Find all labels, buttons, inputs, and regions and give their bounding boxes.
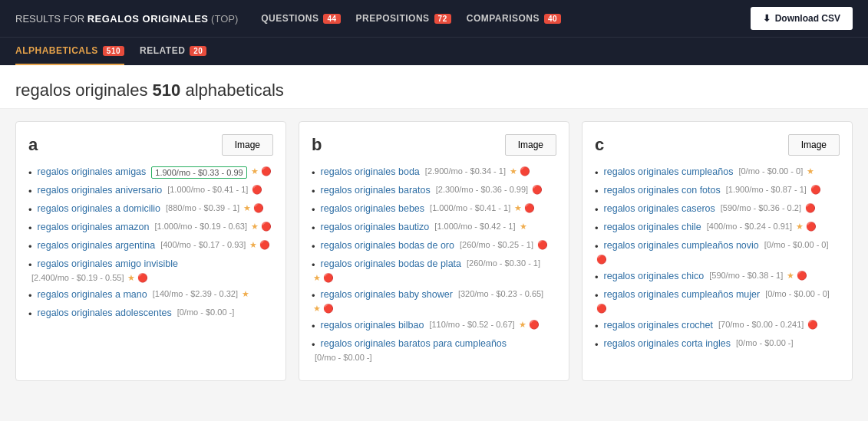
red-icon[interactable]: 🔴 (261, 222, 272, 232)
red-icon[interactable]: 🔴 (137, 273, 148, 283)
list-item: regalos originales amigo invisible[2.400… (28, 258, 273, 283)
star-icon[interactable]: ★ (313, 273, 321, 283)
star-icon[interactable]: ★ (807, 166, 814, 176)
keyword-name[interactable]: regalos originales bautizo (321, 222, 430, 232)
star-icon[interactable]: ★ (520, 222, 527, 232)
red-icon[interactable]: 🔴 (323, 304, 334, 314)
red-icon[interactable]: 🔴 (252, 185, 262, 195)
red-icon[interactable]: 🔴 (807, 320, 818, 330)
red-icon[interactable]: 🔴 (806, 222, 817, 232)
list-item: regalos originales baratos para cumpleañ… (312, 338, 556, 362)
keyword-name[interactable]: regalos originales bodas de oro (321, 240, 454, 251)
keyword-meta: [0/mo - $0.00 -] (315, 353, 372, 362)
list-item: regalos originales amazon[1.000/mo - $0.… (28, 222, 273, 234)
keyword-meta: [400/mo - $0.17 - 0.93] (160, 240, 246, 249)
keyword-icons: ★🔴 (243, 203, 264, 213)
list-item: regalos originales boda[2.900/mo - $0.34… (312, 166, 556, 179)
keyword-name[interactable]: regalos originales baratos (321, 185, 431, 196)
list-item: regalos originales baratos[2.300/mo - $0… (312, 185, 556, 197)
red-icon[interactable]: 🔴 (524, 203, 535, 213)
red-icon[interactable]: 🔴 (810, 185, 821, 195)
keyword-name[interactable]: regalos originales adolescentes (38, 308, 172, 318)
keyword-name[interactable]: regalos originales amigo invisible (38, 258, 178, 269)
red-icon[interactable]: 🔴 (537, 240, 548, 250)
keyword-name[interactable]: regalos originales cumpleaños mujer (604, 289, 761, 300)
red-icon[interactable]: 🔴 (529, 320, 540, 330)
keyword-meta: [590/mo - $0.36 - 0.2] (721, 203, 801, 212)
list-item: regalos originales bautizo[1.000/mo - $0… (312, 222, 556, 234)
sub-tab-alphabeticals[interactable]: ALPHABETICALS 510 (15, 38, 124, 65)
nav-tab-questions[interactable]: QUESTIONS 44 (261, 13, 340, 24)
list-item: regalos originales argentina[400/mo - $0… (28, 240, 273, 252)
keyword-name[interactable]: regalos originales argentina (38, 240, 156, 251)
sub-tab-related[interactable]: RELATED 20 (140, 38, 206, 65)
keyword-icons: ★🔴 (251, 166, 272, 176)
keyword-name[interactable]: regalos originales boda (321, 166, 420, 177)
nav-tab-prepositions[interactable]: PREPOSITIONS 72 (356, 13, 451, 24)
card-header-c: cImage (595, 134, 840, 156)
nav-tab-comparisons[interactable]: COMPARISONS 40 (467, 13, 561, 24)
keyword-name[interactable]: regalos originales con fotos (604, 185, 721, 196)
star-icon[interactable]: ★ (249, 240, 257, 250)
list-item: regalos originales a mano[140/mo - $2.39… (28, 289, 273, 301)
keyword-name[interactable]: regalos originales amigas (38, 166, 147, 177)
keyword-icons: ★🔴 (251, 222, 272, 232)
keyword-name[interactable]: regalos originales bilbao (321, 320, 424, 331)
image-button-c[interactable]: Image (788, 134, 840, 156)
keyword-name[interactable]: regalos originales crochet (604, 320, 713, 331)
keyword-meta: [1.000/mo - $0.42 - 1] (434, 222, 515, 231)
red-icon[interactable]: 🔴 (596, 304, 607, 314)
star-icon[interactable]: ★ (514, 203, 522, 213)
download-csv-button[interactable]: ⬇ Download CSV (751, 7, 853, 30)
keyword-name[interactable]: regalos originales cumpleaños novio (604, 240, 759, 251)
red-icon[interactable]: 🔴 (323, 273, 334, 283)
star-icon[interactable]: ★ (519, 320, 526, 330)
card-header-b: bImage (312, 134, 556, 156)
image-button-a[interactable]: Image (222, 134, 273, 156)
star-icon[interactable]: ★ (251, 222, 259, 232)
star-icon[interactable]: ★ (127, 273, 135, 283)
keyword-name[interactable]: regalos originales corta ingles (604, 338, 731, 349)
keyword-name[interactable]: regalos originales baratos para cumpleañ… (321, 338, 507, 349)
keyword-icons: ★🔴 (514, 203, 535, 213)
keyword-meta: [590/mo - $0.38 - 1] (709, 271, 783, 280)
keyword-meta: [1.000/mo - $0.41 - 1] (430, 203, 510, 212)
keyword-name[interactable]: regalos originales chile (604, 222, 701, 232)
red-icon[interactable]: 🔴 (261, 166, 272, 176)
red-icon[interactable]: 🔴 (805, 203, 816, 213)
keyword-name[interactable]: regalos originales aniversario (38, 185, 163, 196)
keyword-icons: ★ (807, 166, 814, 176)
keyword-name[interactable]: regalos originales amazon (38, 222, 150, 232)
red-icon[interactable]: 🔴 (596, 255, 607, 265)
keyword-name[interactable]: regalos originales cumpleaños (604, 166, 734, 177)
keyword-name[interactable]: regalos originales bodas de plata (321, 258, 461, 269)
keyword-name[interactable]: regalos originales bebes (321, 203, 425, 214)
star-icon[interactable]: ★ (313, 304, 321, 314)
star-icon[interactable]: ★ (787, 271, 794, 281)
list-item: regalos originales cumpleaños novio[0/mo… (595, 240, 840, 265)
keyword-icons: ★🔴 (313, 304, 334, 314)
red-icon[interactable]: 🔴 (797, 271, 807, 281)
keyword-icons: ★🔴 (796, 222, 817, 232)
keyword-name[interactable]: regalos originales chico (604, 271, 705, 281)
list-item: regalos originales baby shower[320/mo - … (312, 289, 556, 314)
card-letter-a: a (28, 135, 38, 155)
star-icon[interactable]: ★ (510, 166, 517, 176)
star-icon[interactable]: ★ (242, 289, 249, 299)
star-icon[interactable]: ★ (796, 222, 804, 232)
keyword-icons: ★🔴 (249, 240, 270, 250)
star-icon[interactable]: ★ (243, 203, 251, 213)
image-button-b[interactable]: Image (505, 134, 556, 156)
keyword-name[interactable]: regalos originales baby shower (321, 289, 453, 300)
red-icon[interactable]: 🔴 (259, 240, 270, 250)
keyword-name[interactable]: regalos originales caseros (604, 203, 715, 214)
keyword-meta: [2.300/mo - $0.36 - 0.99] (436, 185, 528, 194)
keyword-meta: [320/mo - $0.23 - 0.65] (458, 289, 543, 298)
list-item: regalos originales crochet[70/mo - $0.00… (595, 320, 840, 332)
keyword-name[interactable]: regalos originales a domicilio (38, 203, 161, 214)
star-icon[interactable]: ★ (251, 166, 259, 176)
keyword-name[interactable]: regalos originales a mano (38, 289, 147, 300)
red-icon[interactable]: 🔴 (532, 185, 543, 195)
red-icon[interactable]: 🔴 (520, 166, 530, 176)
red-icon[interactable]: 🔴 (253, 203, 264, 213)
